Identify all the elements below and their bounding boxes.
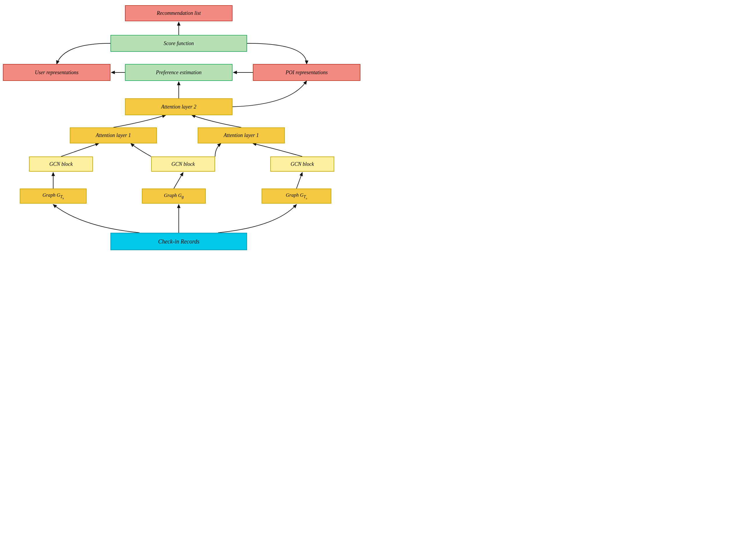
checkin-records-node: Check-in Records [110,233,247,250]
graph-gg-node: Graph Gg [142,188,206,204]
graph-ta-node: Graph GTa [262,188,331,204]
gcn-block-mid-node: GCN block [151,156,215,172]
graph-th-node: Graph GTh [20,188,87,204]
graph-ta-label: Graph GTa [286,192,307,200]
score-function-node: Score function [110,35,247,52]
poi-representations-node: POI representations [253,64,360,81]
attention-layer1-left-node: Attention layer 1 [70,127,157,144]
gcn-block-right-node: GCN block [270,156,334,172]
svg-line-6 [174,173,183,188]
diagram: Recommendation list Score function User … [0,0,378,268]
attention-layer2-node: Attention layer 2 [125,98,233,115]
gcn-block-mid-label: GCN block [171,161,195,167]
recommendation-list-node: Recommendation list [125,5,233,21]
user-representations-node: User representations [3,64,110,81]
poi-representations-label: POI representations [285,69,327,76]
preference-estimation-label: Preference estimation [156,69,202,76]
checkin-records-label: Check-in Records [158,238,199,245]
graph-gg-label: Graph Gg [164,192,184,199]
attention-layer2-label: Attention layer 2 [161,104,197,110]
recommendation-list-label: Recommendation list [157,10,201,16]
svg-line-7 [296,173,302,188]
gcn-block-right-label: GCN block [291,161,314,167]
attention-layer1-left-label: Attention layer 1 [96,132,131,139]
gcn-block-left-label: GCN block [50,161,73,167]
attention-layer1-right-node: Attention layer 1 [198,127,285,144]
graph-th-label: Graph GTh [42,192,64,200]
attention-layer1-right-label: Attention layer 1 [224,132,259,139]
score-function-label: Score function [164,40,194,47]
gcn-block-left-node: GCN block [29,156,93,172]
preference-estimation-node: Preference estimation [125,64,233,81]
user-representations-label: User representations [35,69,79,76]
